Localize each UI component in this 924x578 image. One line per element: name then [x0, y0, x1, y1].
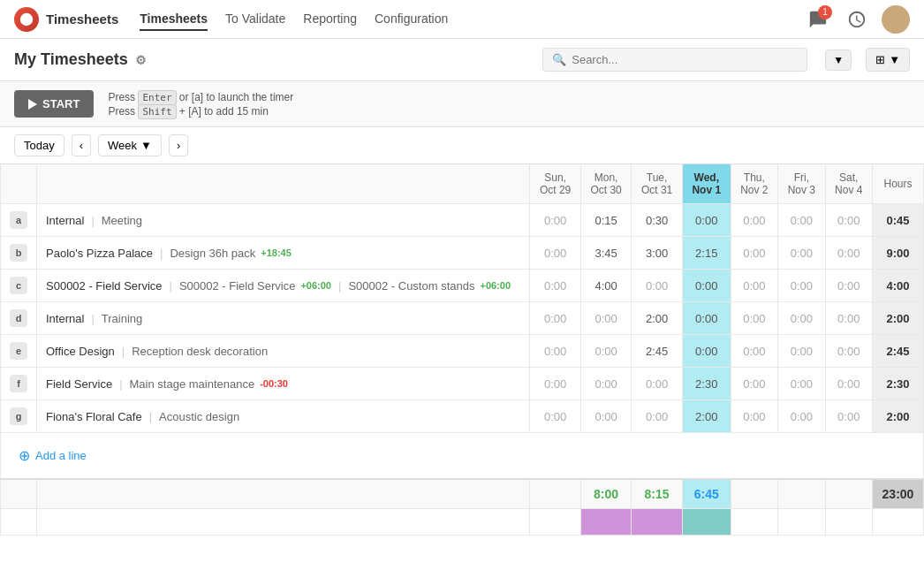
- cell-sat[interactable]: 0:00: [825, 204, 872, 237]
- cell-thu[interactable]: 0:00: [731, 237, 777, 270]
- cell-sat[interactable]: 0:00: [825, 335, 872, 368]
- row-key-cell: e: [1, 335, 37, 368]
- cell-thu[interactable]: 0:00: [731, 368, 777, 400]
- cell-sun[interactable]: 0:00: [530, 237, 581, 270]
- message-badge: 1: [818, 5, 832, 19]
- search-input[interactable]: [572, 53, 798, 66]
- header-sat: Sat, Nov 4: [825, 164, 872, 204]
- cell-sat[interactable]: 0:00: [825, 400, 872, 433]
- cell-mon[interactable]: 0:00: [580, 302, 632, 335]
- view-toggle-button[interactable]: ⊞ ▼: [866, 48, 910, 72]
- totals-key: [1, 479, 37, 509]
- row-desc-cell[interactable]: Internal|Training: [37, 302, 530, 335]
- cell-fri[interactable]: 0:00: [778, 302, 825, 335]
- cell-mon[interactable]: 0:00: [580, 335, 632, 368]
- task-name: S00002 - Field Service: [179, 279, 296, 293]
- add-line-cell[interactable]: ⊕Add a line: [1, 433, 924, 480]
- add-icon: ⊕: [19, 447, 30, 464]
- next-arrow[interactable]: ›: [169, 134, 188, 156]
- cell-wed[interactable]: 2:30: [682, 368, 731, 400]
- cell-sun[interactable]: 0:00: [530, 368, 581, 400]
- cell-wed[interactable]: 2:15: [682, 237, 731, 270]
- cell-tue[interactable]: 0:00: [632, 368, 683, 400]
- cell-sat[interactable]: 0:00: [825, 270, 872, 302]
- cell-tue[interactable]: 2:45: [632, 335, 683, 368]
- task-name: Meeting: [102, 214, 142, 227]
- total-fri: [778, 479, 825, 509]
- cell-wed[interactable]: 0:00: [682, 204, 731, 237]
- cell-sun[interactable]: 0:00: [530, 204, 581, 237]
- cell-tue[interactable]: 0:00: [632, 400, 683, 433]
- cell-fri[interactable]: 0:00: [778, 204, 825, 237]
- cell-mon[interactable]: 0:00: [580, 368, 632, 400]
- nav-to-validate[interactable]: To Validate: [225, 8, 285, 31]
- cell-tue[interactable]: 2:00: [632, 302, 683, 335]
- cell-wed[interactable]: 2:00: [682, 400, 731, 433]
- row-key-label: c: [10, 277, 27, 294]
- settings-icon[interactable]: ⚙: [135, 53, 147, 67]
- cell-wed[interactable]: 0:00: [682, 270, 731, 302]
- clock-button[interactable]: [843, 5, 871, 34]
- row-desc-cell[interactable]: Office Design|Reception desk decoration: [37, 335, 530, 368]
- project-name: Office Design: [46, 345, 115, 358]
- prev-arrow[interactable]: ‹: [72, 134, 91, 156]
- cell-thu[interactable]: 0:00: [731, 302, 777, 335]
- nav-reporting[interactable]: Reporting: [303, 8, 357, 31]
- cell-sat[interactable]: 0:00: [825, 237, 872, 270]
- cell-mon[interactable]: 0:15: [580, 204, 632, 237]
- week-dropdown-icon: ▼: [140, 139, 152, 152]
- cell-thu[interactable]: 0:00: [731, 335, 777, 368]
- project-name: Internal: [46, 214, 84, 227]
- table-row: eOffice Design|Reception desk decoration…: [1, 335, 924, 368]
- header-tue: Tue, Oct 31: [632, 164, 683, 204]
- cell-tue[interactable]: 0:30: [632, 204, 683, 237]
- nav-configuration[interactable]: Configuration: [375, 8, 448, 31]
- row-hours-total: 9:00: [872, 237, 923, 270]
- cell-wed[interactable]: 0:00: [682, 302, 731, 335]
- cell-mon[interactable]: 3:45: [580, 237, 632, 270]
- row-hours-total: 2:00: [872, 400, 923, 433]
- task-name: Main stage maintenance: [130, 377, 255, 391]
- cell-wed[interactable]: 0:00: [682, 335, 731, 368]
- cell-tue[interactable]: 3:00: [632, 237, 683, 270]
- row-desc-cell[interactable]: Fiona's Floral Cafe|Acoustic design: [37, 400, 530, 433]
- cell-sun[interactable]: 0:00: [530, 302, 581, 335]
- row-desc-cell[interactable]: Internal|Meeting: [37, 204, 530, 237]
- cell-sun[interactable]: 0:00: [530, 270, 581, 302]
- svg-point-1: [890, 10, 902, 22]
- search-dropdown-button[interactable]: ▼: [825, 49, 852, 71]
- project-name: Paolo's Pizza Palace: [46, 247, 153, 260]
- messages-button[interactable]: 1: [804, 5, 832, 34]
- cell-thu[interactable]: 0:00: [731, 204, 777, 237]
- cell-mon[interactable]: 4:00: [580, 270, 632, 302]
- cell-sun[interactable]: 0:00: [530, 335, 581, 368]
- cell-sun[interactable]: 0:00: [530, 400, 581, 433]
- row-desc-cell[interactable]: Paolo's Pizza Palace|Design 36h pack+18:…: [37, 237, 530, 270]
- cell-mon[interactable]: 0:00: [580, 400, 632, 433]
- week-button[interactable]: Week ▼: [98, 134, 162, 156]
- user-avatar[interactable]: [882, 5, 910, 34]
- cell-sat[interactable]: 0:00: [825, 368, 872, 400]
- nav-timesheets[interactable]: Timesheets: [140, 8, 208, 31]
- row-key-cell: a: [1, 204, 37, 237]
- today-button[interactable]: Today: [14, 134, 64, 156]
- cell-fri[interactable]: 0:00: [778, 368, 825, 400]
- cell-thu[interactable]: 0:00: [731, 400, 777, 433]
- start-button[interactable]: START: [14, 90, 94, 118]
- cell-fri[interactable]: 0:00: [778, 400, 825, 433]
- cell-tue[interactable]: 0:00: [632, 270, 683, 302]
- cell-fri[interactable]: 0:00: [778, 237, 825, 270]
- logo: Timesheets: [14, 7, 118, 32]
- task-name: Acoustic design: [159, 410, 239, 423]
- cell-sat[interactable]: 0:00: [825, 302, 872, 335]
- sun-line2: Oct 29: [539, 184, 572, 196]
- bar-cell-8: [825, 509, 872, 536]
- row-desc-cell[interactable]: S00002 - Field Service|S00002 - Field Se…: [37, 270, 530, 302]
- separator: |: [122, 345, 125, 358]
- cell-thu[interactable]: 0:00: [731, 270, 777, 302]
- cell-fri[interactable]: 0:00: [778, 335, 825, 368]
- cell-fri[interactable]: 0:00: [778, 270, 825, 302]
- total-sun: [530, 479, 581, 509]
- row-desc-cell[interactable]: Field Service|Main stage maintenance-00:…: [37, 368, 530, 400]
- hint1: Press Enter or [a] to launch the timer: [108, 91, 293, 103]
